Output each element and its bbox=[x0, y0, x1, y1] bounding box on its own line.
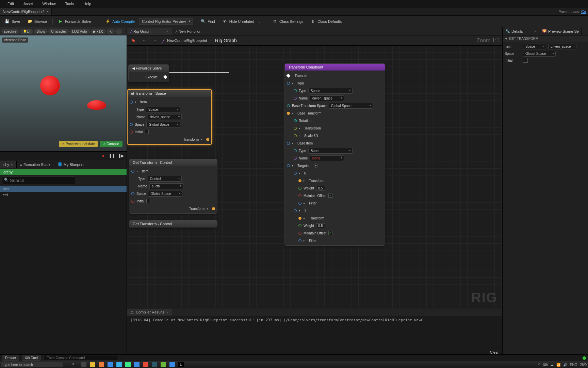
node-get-transform-space[interactable]: et Transform - Space ▾Item TypeSpace Nam… bbox=[127, 89, 212, 145]
node-get-transform-control-2[interactable]: Get Transform - Control bbox=[129, 220, 217, 228]
class-settings-button[interactable]: ⚙Class Settings bbox=[269, 18, 307, 25]
expand-icon[interactable]: ▾ bbox=[292, 142, 295, 145]
viewport-3d[interactable]: eference Pose ⚠ Preview out of date ✓ Co… bbox=[0, 35, 127, 151]
t1-weight-input[interactable]: 0.5 bbox=[316, 223, 325, 228]
graph-canvas[interactable]: ◀ Forwards Solve Execute et Transform - … bbox=[127, 46, 502, 308]
targets-pin[interactable] bbox=[287, 164, 290, 167]
expand-icon[interactable]: ▸ bbox=[299, 127, 302, 130]
hierarchy-header[interactable]: archy bbox=[0, 169, 127, 175]
taskbar-browser-icon[interactable] bbox=[134, 362, 140, 367]
save-button[interactable]: 💾Save bbox=[1, 18, 23, 25]
initial-pin[interactable] bbox=[130, 131, 133, 134]
menu-asset[interactable]: Asset bbox=[19, 2, 38, 6]
details-section-header[interactable]: ▾GET TRANSFORM bbox=[503, 35, 588, 42]
pause-button[interactable]: ❚❚ bbox=[109, 153, 115, 159]
close-icon[interactable]: × bbox=[534, 29, 536, 33]
name-pin[interactable] bbox=[294, 97, 297, 100]
expand-icon[interactable]: ▸ bbox=[299, 134, 302, 137]
add-target-button[interactable]: + bbox=[314, 164, 318, 168]
console-input[interactable] bbox=[44, 355, 118, 361]
bookmark-icon[interactable]: 🔖 bbox=[130, 37, 137, 44]
exec-pin[interactable] bbox=[163, 75, 167, 79]
viewport-chip-lit[interactable]: 💡Lit bbox=[20, 29, 33, 34]
initial-checkbox[interactable] bbox=[145, 130, 149, 134]
nav-forward-button[interactable]: → bbox=[151, 37, 159, 44]
close-icon[interactable]: × bbox=[11, 163, 13, 167]
taskbar-chrome-icon[interactable] bbox=[143, 362, 148, 367]
space-pin[interactable] bbox=[130, 123, 133, 126]
taskbar-app-icon[interactable] bbox=[125, 362, 131, 367]
node-transform-constraint[interactable]: Transform Constraint Execute ▾Item TypeS… bbox=[284, 63, 385, 246]
item-pin[interactable] bbox=[131, 170, 134, 173]
nav-back-button[interactable]: ← bbox=[141, 37, 148, 44]
document-tab[interactable]: NewControlRigBlueprint* × bbox=[0, 8, 52, 15]
bi-type-pin[interactable] bbox=[294, 149, 297, 152]
taskbar-unreal-icon[interactable]: U bbox=[178, 362, 184, 367]
menu-tools[interactable]: Tools bbox=[61, 2, 79, 6]
t1-maintain-checkbox[interactable] bbox=[328, 231, 332, 235]
base-transform-pin[interactable] bbox=[287, 112, 290, 115]
expand-icon[interactable]: ▾ bbox=[299, 172, 302, 175]
auto-compile-button[interactable]: ⚡Auto Compile bbox=[102, 18, 138, 25]
space-dropdown[interactable]: Global Space bbox=[148, 191, 182, 197]
expand-icon[interactable]: ▾ bbox=[135, 101, 138, 104]
rotation-pin[interactable] bbox=[294, 119, 297, 122]
prop-item-name-dropdown[interactable]: driven_space bbox=[548, 44, 576, 49]
expand-icon[interactable]: ▾ bbox=[292, 112, 295, 115]
step-button[interactable]: ❚▶ bbox=[118, 153, 124, 159]
record-button[interactable]: ● bbox=[100, 153, 106, 159]
expand-icon[interactable]: ▾ bbox=[299, 209, 302, 212]
t1-weight-pin[interactable] bbox=[298, 224, 301, 227]
browse-button[interactable]: 📁Browse bbox=[24, 18, 50, 25]
hierarchy-item-ctrl[interactable]: ctrl bbox=[0, 192, 127, 198]
viewport-chip-show[interactable]: Show bbox=[34, 29, 48, 34]
bi-name-dropdown[interactable]: None bbox=[310, 155, 344, 161]
prop-item-type-dropdown[interactable]: Space bbox=[523, 44, 546, 49]
menu-edit[interactable]: Edit bbox=[3, 2, 19, 6]
expand-icon[interactable]: ▸ bbox=[304, 179, 307, 182]
expand-icon[interactable]: ◂ bbox=[207, 207, 210, 210]
taskbar-sublime-icon[interactable] bbox=[99, 362, 104, 367]
prop-initial-checkbox[interactable] bbox=[523, 58, 528, 63]
tray-volume-icon[interactable]: 🔊 bbox=[563, 363, 567, 367]
hierarchy-search-input[interactable] bbox=[2, 177, 75, 184]
node-get-transform-control[interactable]: Get Transform - Control ▾Item TypeContro… bbox=[129, 159, 217, 214]
expand-icon[interactable]: ◂ bbox=[201, 138, 204, 141]
close-icon[interactable]: × bbox=[166, 310, 168, 314]
bi-type-dropdown[interactable]: Bone bbox=[308, 148, 353, 154]
dropdown-icon[interactable]: ⋮ bbox=[258, 19, 261, 24]
hide-unrelated-button[interactable]: 👁Hide Unrelated⋮ bbox=[219, 18, 265, 25]
taskbar-edge-icon[interactable] bbox=[116, 362, 122, 367]
cmd-button[interactable]: ⌨ Cmd bbox=[22, 355, 41, 361]
tab-preview-scene[interactable]: 🌄Preview Scene Se bbox=[539, 28, 582, 35]
viewport-chip-cursor[interactable]: ↖ bbox=[107, 29, 115, 34]
forwards-solve-button[interactable]: ▶Forwards Solve⋮ bbox=[55, 18, 101, 25]
type-dropdown[interactable]: Control bbox=[148, 176, 182, 182]
item-pin[interactable] bbox=[287, 82, 290, 85]
tab-new-function[interactable]: 𝑓New Function bbox=[172, 28, 205, 35]
prop-space-dropdown[interactable]: Global Space bbox=[523, 51, 556, 57]
t0-maintain-pin[interactable] bbox=[298, 194, 301, 197]
viewport-chip-character[interactable]: Character bbox=[48, 29, 69, 34]
taskbar-search[interactable]: ype here to search bbox=[1, 362, 63, 367]
node-forwards-solve[interactable]: ◀ Forwards Solve Execute bbox=[128, 64, 169, 82]
viewport-chip-speed[interactable]: ▶ x1.0 bbox=[91, 29, 106, 34]
target1-pin[interactable] bbox=[294, 209, 297, 212]
t0-weight-input[interactable]: 0.5 bbox=[316, 186, 325, 191]
expand-icon[interactable]: ▾ bbox=[292, 164, 295, 167]
taskbar-maya-icon[interactable] bbox=[152, 362, 157, 367]
hierarchy-item-space[interactable]: ace bbox=[0, 186, 127, 192]
t0-transform-pin[interactable] bbox=[298, 179, 301, 182]
tray-cloud-icon[interactable]: ☁ bbox=[550, 363, 554, 367]
expand-icon[interactable]: ▸ bbox=[304, 217, 307, 220]
preview-mode-dropdown[interactable]: Control Rig Editor Preview bbox=[139, 18, 193, 25]
bi-name-pin[interactable] bbox=[294, 157, 297, 160]
preview-out-of-date-badge[interactable]: ⚠ Preview out of date bbox=[59, 141, 97, 147]
reference-pose-button[interactable]: eference Pose bbox=[2, 37, 28, 43]
viewport-chip-lod[interactable]: LOD Auto bbox=[69, 29, 89, 34]
tab-compiler-results[interactable]: ⚠Compiler Results× bbox=[127, 309, 172, 316]
viewport-chip-more[interactable]: › bbox=[115, 29, 122, 34]
expand-icon[interactable]: ▾ bbox=[292, 82, 295, 85]
taskbar-taskview-icon[interactable] bbox=[81, 362, 86, 367]
tray-lang[interactable]: ENG bbox=[570, 363, 577, 367]
